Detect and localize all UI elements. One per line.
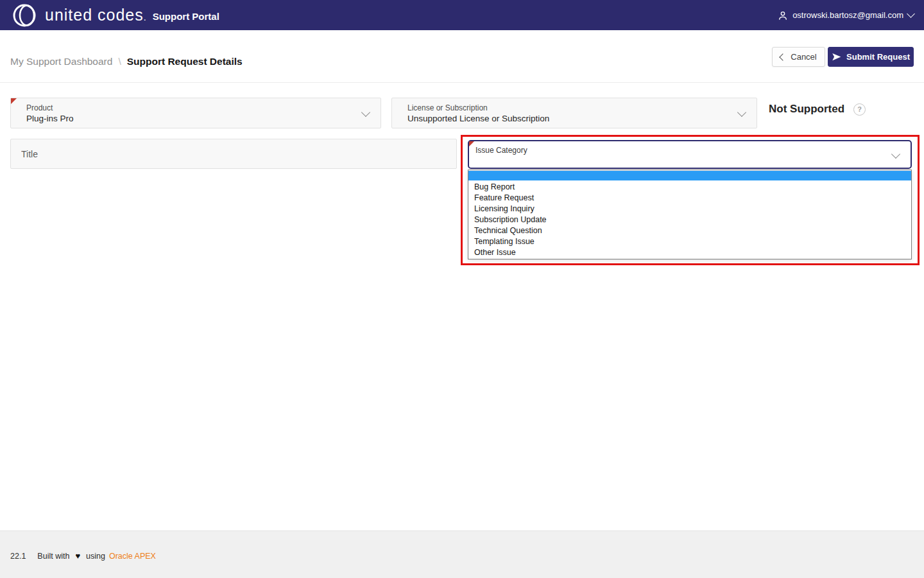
title-input[interactable] bbox=[11, 139, 456, 168]
dropdown-option[interactable]: Technical Question bbox=[468, 225, 911, 236]
cancel-button-label: Cancel bbox=[791, 52, 816, 62]
portal-title: Support Portal bbox=[153, 11, 219, 22]
chevron-down-icon bbox=[361, 108, 370, 117]
submit-button-label: Submit Request bbox=[846, 52, 910, 62]
issue-category-dropdown-list: Bug ReportFeature RequestLicensing Inqui… bbox=[468, 170, 912, 259]
paper-plane-icon bbox=[832, 52, 841, 62]
breadcrumb-separator: \ bbox=[118, 56, 121, 67]
chevron-left-icon bbox=[780, 53, 787, 60]
chevron-down-icon bbox=[891, 149, 900, 158]
user-email: ostrowski.bartosz@gmail.com bbox=[792, 10, 903, 20]
dropdown-option[interactable]: Feature Request bbox=[468, 193, 911, 204]
dropdown-option[interactable]: Licensing Inquiry bbox=[468, 204, 911, 215]
help-icon[interactable]: ? bbox=[853, 103, 866, 116]
oracle-apex-link[interactable]: Oracle APEX bbox=[109, 552, 156, 561]
support-portal-page: united codes. Support Portal ostrowski.b… bbox=[0, 0, 924, 578]
built-with-text: Built with bbox=[37, 552, 69, 561]
app-version: 22.1 bbox=[10, 552, 26, 561]
user-menu[interactable]: ostrowski.bartosz@gmail.com bbox=[778, 0, 914, 30]
submit-request-button[interactable]: Submit Request bbox=[828, 47, 914, 67]
product-value: Plug-ins Pro bbox=[26, 114, 74, 123]
app-header: united codes. Support Portal ostrowski.b… bbox=[0, 0, 924, 30]
breadcrumb-dashboard-link[interactable]: My Support Dashboard bbox=[10, 56, 112, 67]
title-field-wrap bbox=[10, 139, 457, 169]
dropdown-option[interactable]: Subscription Update bbox=[468, 215, 911, 225]
brand-name: united codes. bbox=[45, 6, 147, 24]
dropdown-option[interactable]: Bug Report bbox=[468, 182, 911, 193]
chevron-down-icon bbox=[907, 10, 915, 18]
user-icon bbox=[778, 10, 788, 21]
product-label: Product bbox=[26, 103, 53, 112]
footer-text: 22.1 Built with ♥ using Oracle APEX bbox=[10, 551, 156, 561]
issue-category-label: Issue Category bbox=[475, 146, 527, 155]
breadcrumb: My Support Dashboard \ Support Request D… bbox=[10, 56, 243, 67]
brand-dot: . bbox=[144, 12, 147, 22]
issue-category-select[interactable]: Issue Category bbox=[468, 140, 912, 169]
license-select[interactable]: License or Subscription Unsupported Lice… bbox=[391, 98, 757, 128]
header-divider bbox=[0, 82, 924, 83]
using-text: using bbox=[86, 552, 105, 561]
license-label: License or Subscription bbox=[407, 103, 488, 112]
brand-logo[interactable]: united codes. Support Portal bbox=[12, 3, 219, 28]
required-indicator bbox=[469, 141, 474, 146]
app-footer: 22.1 Built with ♥ using Oracle APEX bbox=[0, 530, 924, 578]
united-codes-logo-icon bbox=[12, 3, 37, 28]
dropdown-option-selected-blank[interactable] bbox=[468, 171, 911, 180]
dropdown-option[interactable]: Templating Issue bbox=[468, 236, 911, 247]
support-status: Not Supported ? bbox=[769, 103, 866, 116]
page-title: Support Request Details bbox=[127, 56, 243, 67]
dropdown-option[interactable]: Other Issue bbox=[468, 247, 911, 258]
support-status-text: Not Supported bbox=[769, 103, 844, 116]
chevron-down-icon bbox=[737, 108, 746, 117]
license-value: Unsupported License or Subscription bbox=[407, 114, 549, 123]
heart-icon: ♥ bbox=[75, 551, 80, 561]
cancel-button[interactable]: Cancel bbox=[772, 47, 825, 67]
required-indicator bbox=[11, 98, 17, 104]
product-select[interactable]: Product Plug-ins Pro bbox=[10, 98, 381, 128]
